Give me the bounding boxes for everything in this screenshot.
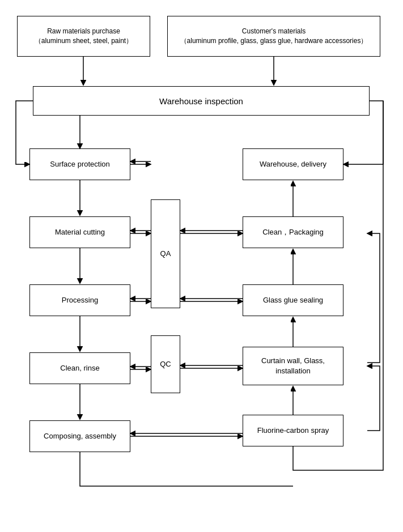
warehouse-inspection-box: Warehouse inspection xyxy=(33,86,370,116)
warehouse-delivery-box: Warehouse, delivery xyxy=(243,148,343,180)
raw-materials-box: Raw materials purchase（aluminum sheet, s… xyxy=(17,16,150,57)
material-cutting-box: Material cutting xyxy=(29,216,130,248)
qc-box: QC xyxy=(151,335,180,393)
customer-materials-box: Customer's materials（aluminum profile, g… xyxy=(167,16,380,57)
flowchart-diagram: Raw materials purchase（aluminum sheet, s… xyxy=(0,0,403,532)
curtain-wall-box: Curtain wall, Glass,installation xyxy=(243,347,343,385)
surface-protection-box: Surface protection xyxy=(29,148,130,180)
clean-rinse-box: Clean, rinse xyxy=(29,352,130,384)
clean-packaging-box: Clean，Packaging xyxy=(243,216,343,248)
glass-glue-sealing-box: Glass glue sealing xyxy=(243,284,343,316)
composing-assembly-box: Composing, assembly xyxy=(29,420,130,452)
fluorine-carbon-box: Fluorine-carbon spray xyxy=(243,415,343,446)
flowchart-lines xyxy=(0,0,403,532)
qa-box: QA xyxy=(151,199,180,308)
processing-box: Processing xyxy=(29,284,130,316)
